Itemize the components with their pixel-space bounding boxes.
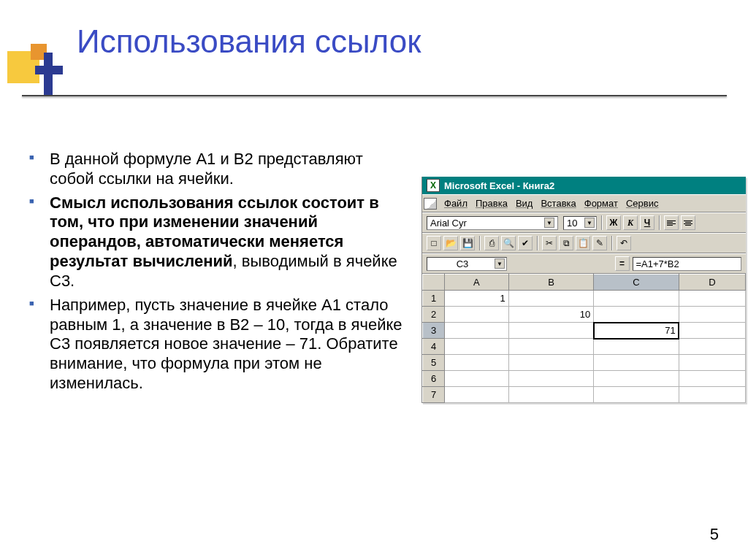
paste-icon[interactable]: 📋 xyxy=(576,236,590,250)
row-header[interactable]: 7 xyxy=(423,387,445,403)
italic-button[interactable]: К xyxy=(623,215,638,230)
cell[interactable] xyxy=(594,339,679,355)
cell[interactable] xyxy=(445,307,509,323)
cell[interactable] xyxy=(445,339,509,355)
undo-icon[interactable]: ↶ xyxy=(617,236,631,250)
cell[interactable] xyxy=(445,355,509,371)
table-row: 5 xyxy=(423,355,746,371)
cell[interactable] xyxy=(594,371,679,387)
excel-screenshot: X Microsoft Excel - Книга2 ФайлПравкаВид… xyxy=(421,177,746,403)
cell[interactable] xyxy=(508,355,593,371)
excel-app-icon: X xyxy=(427,179,440,192)
column-header[interactable]: A xyxy=(445,275,509,291)
new-file-icon[interactable]: □ xyxy=(427,236,441,250)
bullet-item: В данной формуле A1 и B2 представляют со… xyxy=(28,150,408,189)
table-row: 4 xyxy=(423,339,746,355)
chevron-down-icon: ▼ xyxy=(584,218,595,228)
print-icon[interactable]: ⎙ xyxy=(484,236,499,250)
document-icon xyxy=(424,198,437,210)
cell[interactable] xyxy=(594,387,679,403)
bullet-item: Смысл использования ссылок состоит в том… xyxy=(28,193,408,291)
menu-item[interactable]: Сервис xyxy=(622,197,663,210)
cell[interactable] xyxy=(679,291,745,307)
cell[interactable] xyxy=(508,323,593,339)
row-header[interactable]: 1 xyxy=(423,291,445,307)
cell[interactable] xyxy=(445,371,509,387)
align-left-icon[interactable] xyxy=(664,215,679,230)
column-header[interactable]: C xyxy=(594,275,679,291)
align-center-icon[interactable] xyxy=(681,215,695,230)
row-header[interactable]: 5 xyxy=(423,355,445,371)
cell[interactable] xyxy=(679,371,745,387)
cell[interactable] xyxy=(679,323,745,339)
cell[interactable] xyxy=(445,387,509,403)
excel-titlebar: X Microsoft Excel - Книга2 xyxy=(422,177,746,194)
cell[interactable] xyxy=(679,355,745,371)
equals-button[interactable]: = xyxy=(615,256,630,271)
cell[interactable] xyxy=(594,355,679,371)
slide-title: Использования ссылок xyxy=(77,23,421,60)
cell[interactable] xyxy=(679,387,745,403)
underline-button[interactable]: Ч xyxy=(640,215,654,230)
excel-window-title: Microsoft Excel - Книга2 xyxy=(444,180,554,191)
cell[interactable] xyxy=(508,339,593,355)
table-row: 371 xyxy=(423,323,746,339)
spellcheck-icon[interactable]: ✔ xyxy=(518,236,533,250)
name-box-value: C3 xyxy=(430,258,495,269)
bullet-item: Например, пусть значение в ячейке A1 ста… xyxy=(28,296,408,394)
bold-button[interactable]: Ж xyxy=(606,215,621,230)
table-row: 6 xyxy=(423,371,746,387)
font-size-value: 10 xyxy=(567,218,577,229)
cell[interactable] xyxy=(508,387,593,403)
row-header[interactable]: 2 xyxy=(423,307,445,323)
font-name-value: Arial Cyr xyxy=(430,218,467,229)
column-header[interactable]: D xyxy=(679,275,745,291)
excel-formula-bar: C3 ▼ = =A1+7*B2 xyxy=(422,253,746,274)
spreadsheet-grid[interactable]: ABCD 112103714567 xyxy=(422,274,746,403)
table-row: 210 xyxy=(423,307,746,323)
slide-logo xyxy=(7,44,69,106)
menu-item[interactable]: Вид xyxy=(512,197,537,210)
formula-input[interactable]: =A1+7*B2 xyxy=(633,257,742,271)
menu-item[interactable]: Вставка xyxy=(537,197,579,210)
font-size-dropdown[interactable]: 10 ▼ xyxy=(563,216,597,230)
menu-item[interactable]: Файл xyxy=(440,197,471,210)
cell[interactable]: 10 xyxy=(508,307,593,323)
chevron-down-icon: ▼ xyxy=(544,218,554,228)
row-header[interactable]: 3 xyxy=(423,323,445,339)
table-row: 7 xyxy=(423,387,746,403)
title-divider xyxy=(22,95,727,96)
table-row: 11 xyxy=(423,291,746,307)
font-name-dropdown[interactable]: Arial Cyr ▼ xyxy=(427,216,558,230)
cell[interactable] xyxy=(594,307,679,323)
cell[interactable] xyxy=(679,339,745,355)
preview-icon[interactable]: 🔍 xyxy=(501,236,516,250)
name-box[interactable]: C3 ▼ xyxy=(427,257,507,271)
chevron-down-icon: ▼ xyxy=(495,258,505,269)
cell[interactable]: 71 xyxy=(594,323,679,339)
cut-icon[interactable]: ✂ xyxy=(542,236,557,250)
row-header[interactable]: 6 xyxy=(423,371,445,387)
excel-font-toolbar: Arial Cyr ▼ 10 ▼ Ж К Ч xyxy=(422,212,746,233)
bullet-list: В данной формуле A1 и B2 представляют со… xyxy=(28,150,408,398)
page-number: 5 xyxy=(710,525,719,544)
cell[interactable] xyxy=(445,323,509,339)
save-icon[interactable]: 💾 xyxy=(460,236,475,250)
row-header[interactable]: 4 xyxy=(423,339,445,355)
cell[interactable] xyxy=(679,307,745,323)
cell[interactable] xyxy=(508,291,593,307)
copy-icon[interactable]: ⧉ xyxy=(559,236,573,250)
excel-menubar: ФайлПравкаВидВставкаФорматСервис xyxy=(422,194,746,212)
cell[interactable] xyxy=(508,371,593,387)
menu-item[interactable]: Правка xyxy=(472,197,511,210)
select-all-corner[interactable] xyxy=(423,275,445,291)
menu-item[interactable]: Формат xyxy=(581,197,622,210)
column-header[interactable]: B xyxy=(508,275,593,291)
cell[interactable]: 1 xyxy=(445,291,509,307)
cell[interactable] xyxy=(594,291,679,307)
excel-standard-toolbar: □ 📂 💾 ⎙ 🔍 ✔ ✂ ⧉ 📋 ✎ ↶ xyxy=(422,233,746,253)
open-file-icon[interactable]: 📂 xyxy=(443,236,458,250)
column-headers: ABCD xyxy=(423,275,746,291)
format-painter-icon[interactable]: ✎ xyxy=(592,236,607,250)
